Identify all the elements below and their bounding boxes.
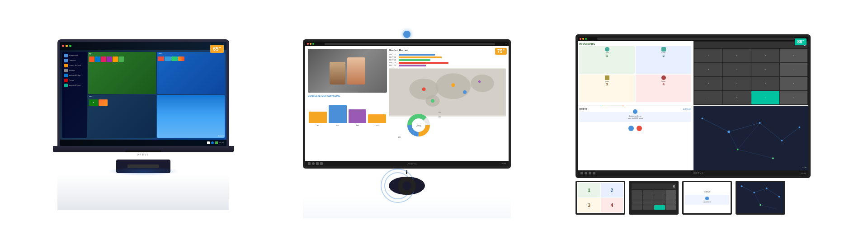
max-86 bbox=[585, 38, 587, 40]
tablet-3: ORBVS Aguardando bbox=[682, 181, 732, 215]
86-address-bar bbox=[597, 38, 795, 40]
taskbar-86-icons bbox=[580, 172, 595, 174]
sidebar-icon-2 bbox=[64, 59, 68, 62]
meeting-alt-brand: ALANNER bbox=[683, 108, 691, 110]
tab2-calc-8 bbox=[643, 190, 654, 195]
dot-red bbox=[62, 45, 64, 47]
calc-5[interactable]: 5 bbox=[723, 63, 751, 76]
tab4-map-svg bbox=[737, 182, 784, 213]
svg-point-37 bbox=[741, 186, 743, 188]
win-tile-3: Play X bbox=[88, 95, 156, 138]
video-people bbox=[330, 57, 365, 85]
vbar-label-jan: JAN bbox=[316, 125, 319, 127]
calc-plus[interactable]: + bbox=[780, 49, 808, 62]
speaker-body bbox=[398, 177, 416, 195]
meeting-controls bbox=[579, 126, 691, 131]
calc-3-label: 3 bbox=[765, 82, 766, 85]
sidebar-icon-3 bbox=[64, 64, 68, 67]
info-icon-1 bbox=[605, 47, 609, 52]
large-content-75: Grafico Barras TEXT 01 TEXT 02 bbox=[305, 46, 509, 160]
t86-icon-4 bbox=[593, 172, 595, 174]
calc-dot[interactable]: . bbox=[694, 91, 722, 104]
calc-6-label: 6 bbox=[765, 68, 766, 70]
sidebar-label-2: Calendar bbox=[69, 59, 76, 61]
bar-fill-5 bbox=[399, 65, 426, 66]
vbar-ago: AGO bbox=[368, 114, 386, 123]
taskbar-icons-left bbox=[207, 141, 218, 144]
tab1-cell-1: 1 bbox=[578, 183, 600, 197]
speaker-assembly bbox=[389, 170, 425, 195]
svg-point-3 bbox=[471, 75, 494, 92]
tab1-num-4: 4 bbox=[611, 203, 613, 208]
tab2-calc-9 bbox=[654, 190, 665, 195]
vbar-mar: MAR bbox=[349, 109, 367, 123]
calc-9[interactable]: 9 bbox=[751, 49, 779, 62]
monitor-75: ⚙ 75" bbox=[303, 39, 511, 168]
bar-label-5: TEXT 05 bbox=[389, 64, 398, 66]
infographic-grid: Lorem 1 Lorem 2 Lorem 3 bbox=[579, 46, 691, 102]
person-1 bbox=[330, 62, 345, 85]
meeting-btn-1[interactable] bbox=[628, 126, 634, 131]
bar-row-2: TEXT 02 bbox=[389, 56, 506, 58]
win-tile-1: App bbox=[88, 52, 156, 94]
size-badge-86: 86" bbox=[795, 41, 807, 45]
sidebar-item-3: Homes & Clock bbox=[63, 63, 85, 68]
calc-8-label: 8 bbox=[736, 54, 737, 56]
calc-1[interactable]: 1 bbox=[694, 77, 722, 90]
map-dark-time: 10:30 bbox=[802, 166, 807, 169]
donut-label-13: 13% bbox=[398, 136, 401, 138]
svg-point-40 bbox=[778, 196, 780, 198]
video-thumbnail bbox=[308, 49, 387, 92]
bar-label-2: TEXT 02 bbox=[389, 56, 398, 58]
start-icon bbox=[207, 141, 210, 144]
info-box-2: Lorem 2 bbox=[636, 46, 691, 74]
meeting-text-2: aula for MCE ativa bbox=[582, 117, 689, 119]
tablet-4 bbox=[736, 181, 785, 215]
meeting-brand: ORBVS bbox=[579, 108, 587, 110]
calc-2[interactable]: 2 bbox=[723, 77, 751, 90]
large-screen-75: 75" bbox=[305, 46, 509, 160]
top-section: Grafico Barras TEXT 01 TEXT 02 bbox=[308, 49, 506, 92]
tab1-cell-4: 4 bbox=[601, 198, 623, 212]
panel-map-dark: 10:30 bbox=[693, 106, 808, 170]
calc-eq[interactable]: = bbox=[751, 91, 779, 104]
sidebar-item-6: People bbox=[63, 78, 85, 83]
bar-row-3: TEXT 03 bbox=[389, 59, 506, 61]
calc-plus-label: + bbox=[793, 54, 794, 56]
win-taskbar-top bbox=[60, 42, 226, 50]
main-scene: 65" What Local bbox=[0, 0, 868, 249]
laptop-base bbox=[53, 146, 234, 152]
mini-bars bbox=[579, 103, 691, 105]
taskbar-75: ORBVS 10:30 bbox=[305, 161, 509, 166]
win-taskbar-bottom: 10:30 bbox=[60, 140, 226, 146]
tab1-num-3: 3 bbox=[588, 203, 590, 208]
calc-4-label: 4 bbox=[708, 68, 709, 70]
calc-dot-label: . bbox=[708, 96, 709, 99]
calc-0[interactable]: 0 bbox=[723, 91, 751, 104]
tab1-num-1: 1 bbox=[588, 188, 590, 193]
meeting-btn-2[interactable] bbox=[637, 126, 642, 131]
tablet-1-grid: 1 2 3 4 bbox=[578, 183, 623, 212]
vbar-feb: FEB bbox=[329, 105, 347, 123]
calc-6[interactable]: 6 bbox=[751, 63, 779, 76]
calc-minus-label: - bbox=[793, 68, 794, 70]
calc-8[interactable]: 8 bbox=[723, 49, 751, 62]
calc-div[interactable]: ÷ bbox=[780, 91, 808, 104]
device-body bbox=[127, 164, 159, 168]
info-box-1: Lorem 1 bbox=[579, 46, 635, 74]
calc-7[interactable]: 7 bbox=[694, 49, 722, 62]
calc-minus[interactable]: - bbox=[780, 63, 808, 76]
svg-point-24 bbox=[702, 117, 703, 119]
svg-point-25 bbox=[728, 131, 731, 133]
info-num-4: 4 bbox=[663, 82, 665, 86]
donut-svg: 37% bbox=[405, 112, 432, 139]
calc-3[interactable]: 3 bbox=[751, 77, 779, 90]
meeting-dialog: Aguardando se aula for MCE ativa bbox=[579, 112, 691, 122]
vbar-label-ago: AGO bbox=[376, 125, 379, 127]
bar-fill-2 bbox=[399, 56, 442, 58]
calc-4[interactable]: 4 bbox=[694, 63, 722, 76]
donut-wrapper: 37% 25% 25% 13% bbox=[405, 112, 432, 141]
taskbar-icon-1 bbox=[308, 162, 311, 165]
calc-mult[interactable]: × bbox=[780, 77, 808, 90]
tab2-calc-zero bbox=[643, 205, 654, 210]
